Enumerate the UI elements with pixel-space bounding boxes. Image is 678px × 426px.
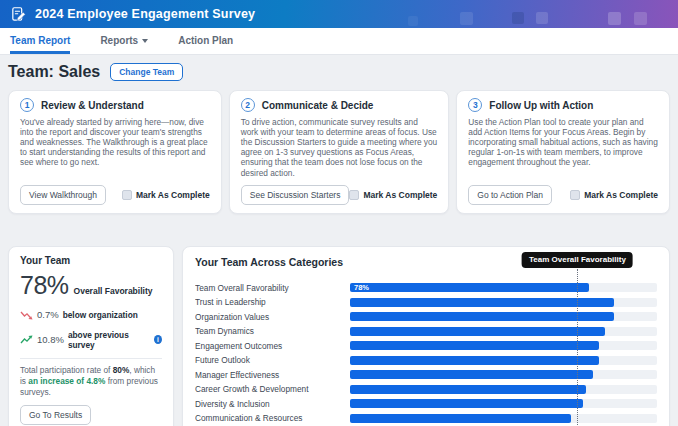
participation-prefix: Total participation rate of bbox=[20, 365, 113, 375]
chart-row: Future Outlook bbox=[195, 353, 657, 368]
app-header: 2024 Employee Engagement Survey bbox=[0, 0, 678, 28]
survey-clipboard-logo-icon bbox=[10, 6, 27, 23]
step-footer: Go to Action Plan Mark As Complete bbox=[468, 185, 658, 205]
step-header: 2 Communicate & Decide bbox=[241, 98, 438, 112]
go-to-action-plan-button[interactable]: Go to Action Plan bbox=[468, 185, 552, 205]
step-number-badge: 3 bbox=[468, 98, 482, 112]
header-decor-square bbox=[408, 16, 418, 26]
chart-row: Career Growth & Development bbox=[195, 382, 657, 397]
mark-complete-group[interactable]: Mark As Complete bbox=[349, 190, 437, 200]
page-content: Team: Sales Change Team 1 Review & Under… bbox=[0, 55, 678, 426]
main-nav: Team Report Reports Action Plan bbox=[0, 28, 678, 55]
trend-down-icon bbox=[20, 306, 33, 324]
bar bbox=[350, 312, 614, 321]
bar-track: 78% bbox=[350, 283, 657, 292]
step-footer: See Discussion Starters Mark As Complete bbox=[241, 185, 438, 205]
tab-label: Team Report bbox=[10, 35, 70, 46]
bar-track bbox=[350, 327, 657, 336]
bar-track bbox=[350, 298, 657, 307]
category-label: Diversity & Inclusion bbox=[195, 399, 350, 409]
mark-complete-label[interactable]: Mark As Complete bbox=[584, 190, 658, 200]
step-card-communicate: 2 Communicate & Decide To drive action, … bbox=[229, 90, 450, 214]
category-label: Team Dynamics bbox=[195, 326, 350, 336]
bar-track bbox=[350, 399, 657, 408]
chart-row: Engagement Outcomes bbox=[195, 339, 657, 354]
mark-complete-label[interactable]: Mark As Complete bbox=[363, 190, 437, 200]
mark-complete-checkbox[interactable] bbox=[349, 190, 359, 200]
mark-complete-checkbox[interactable] bbox=[570, 190, 580, 200]
bar bbox=[350, 414, 571, 423]
below-organization-label: below organization bbox=[63, 310, 138, 320]
tab-reports[interactable]: Reports bbox=[100, 28, 148, 54]
step-card-follow-up: 3 Follow Up with Action Use the Action P… bbox=[456, 90, 670, 214]
bar-track bbox=[350, 370, 657, 379]
tab-label: Action Plan bbox=[178, 35, 233, 46]
step-footer: View Walkthrough Mark As Complete bbox=[20, 185, 210, 205]
mark-complete-checkbox[interactable] bbox=[122, 190, 132, 200]
step-description: You've already started by arriving here—… bbox=[20, 117, 210, 168]
chart-row: Organization Values bbox=[195, 310, 657, 325]
category-label: Organization Values bbox=[195, 312, 350, 322]
tab-action-plan[interactable]: Action Plan bbox=[178, 28, 233, 54]
step-header: 3 Follow Up with Action bbox=[468, 98, 658, 112]
score-row: 78% Overall Favorability bbox=[20, 271, 162, 300]
bar-track bbox=[350, 385, 657, 394]
mark-complete-label[interactable]: Mark As Complete bbox=[136, 190, 210, 200]
header-decor-square bbox=[634, 12, 647, 25]
categories-card: Your Team Across Categories Team Overall… bbox=[182, 246, 670, 426]
header-decor-square bbox=[460, 12, 473, 25]
category-label: Future Outlook bbox=[195, 355, 350, 365]
category-label: Trust in Leadership bbox=[195, 297, 350, 307]
above-previous-value: 10.8% bbox=[37, 334, 64, 345]
marker-line bbox=[577, 269, 578, 426]
step-title: Communicate & Decide bbox=[262, 100, 374, 111]
below-organization-value: 0.7% bbox=[37, 309, 59, 320]
step-header: 1 Review & Understand bbox=[20, 98, 210, 112]
above-previous-row: 10.8% above previous survey bbox=[20, 330, 162, 350]
step-number-badge: 2 bbox=[241, 98, 255, 112]
step-number-badge: 1 bbox=[20, 98, 34, 112]
steps-row: 1 Review & Understand You've already sta… bbox=[8, 90, 670, 214]
see-discussion-starters-button[interactable]: See Discussion Starters bbox=[241, 185, 350, 205]
your-team-card: Your Team 78% Overall Favorability 0.7% … bbox=[8, 246, 174, 426]
tab-label: Reports bbox=[100, 35, 138, 46]
chart-row: Team Dynamics bbox=[195, 324, 657, 339]
header-decor-square bbox=[512, 12, 524, 24]
category-label: Engagement Outcomes bbox=[195, 341, 350, 351]
chart-rows: Team Overall Favorability 78% Trust in L… bbox=[195, 281, 657, 426]
bar bbox=[350, 385, 586, 394]
team-heading-row: Team: Sales Change Team bbox=[8, 63, 670, 81]
bar bbox=[350, 298, 614, 307]
mark-complete-group[interactable]: Mark As Complete bbox=[122, 190, 210, 200]
bar bbox=[350, 370, 593, 379]
bar bbox=[350, 327, 605, 336]
bar: 78% bbox=[350, 283, 589, 292]
mark-complete-group[interactable]: Mark As Complete bbox=[570, 190, 658, 200]
go-to-results-button[interactable]: Go To Results bbox=[20, 405, 91, 425]
change-team-button[interactable]: Change Team bbox=[110, 63, 183, 81]
tab-team-report[interactable]: Team Report bbox=[10, 28, 70, 54]
overall-favorability-score: 78% bbox=[20, 271, 69, 300]
chart-row: Diversity & Inclusion bbox=[195, 397, 657, 412]
trend-up-icon bbox=[20, 331, 33, 349]
chart-row: Team Overall Favorability 78% bbox=[195, 281, 657, 296]
app-title: 2024 Employee Engagement Survey bbox=[35, 7, 255, 21]
your-team-title: Your Team bbox=[20, 255, 162, 266]
chart-row: Manager Effectiveness bbox=[195, 368, 657, 383]
bar bbox=[350, 356, 599, 365]
category-label: Manager Effectiveness bbox=[195, 370, 350, 380]
header-decor-square bbox=[536, 12, 548, 24]
bar-track bbox=[350, 356, 657, 365]
view-walkthrough-button[interactable]: View Walkthrough bbox=[20, 185, 106, 205]
participation-text: Total participation rate of 80%, which i… bbox=[20, 365, 162, 399]
marker-tooltip: Team Overall Favorability bbox=[522, 252, 633, 268]
step-title: Review & Understand bbox=[41, 100, 144, 111]
chart-row: Trust in Leadership bbox=[195, 295, 657, 310]
category-label: Team Overall Favorability bbox=[195, 283, 350, 293]
chevron-down-icon bbox=[142, 39, 148, 43]
above-previous-label: above previous survey bbox=[68, 330, 150, 350]
info-icon[interactable] bbox=[154, 335, 162, 344]
bar-track bbox=[350, 312, 657, 321]
bottom-row: Your Team 78% Overall Favorability 0.7% … bbox=[8, 246, 670, 426]
page-title: Team: Sales bbox=[8, 63, 100, 81]
